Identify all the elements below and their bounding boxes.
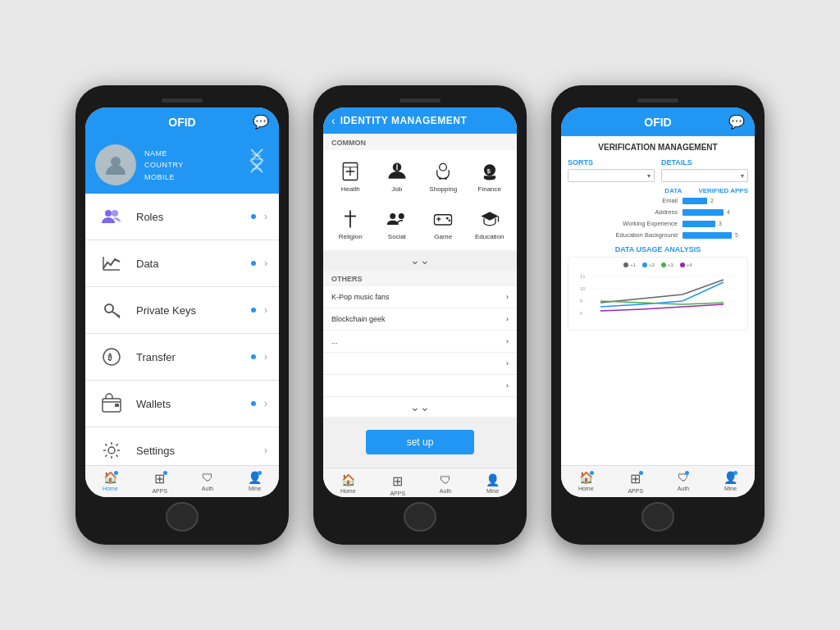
profile-mobile: MOBILE bbox=[144, 171, 184, 183]
back-button[interactable]: ‹ bbox=[331, 114, 336, 127]
shopping-icon-cell[interactable]: Shopping bbox=[421, 153, 466, 199]
menu-list: Roles › Data › bbox=[85, 194, 279, 465]
dna-icon bbox=[244, 148, 269, 183]
phone3-message-icon[interactable]: 💬 bbox=[728, 114, 745, 130]
phone1-nav-auth[interactable]: 🛡 Auth bbox=[202, 471, 213, 491]
chart-section: DATA USAGE ANALYSIS +1 +2 +3 +4 11 10 bbox=[568, 245, 748, 331]
svg-text:5: 5 bbox=[580, 299, 583, 304]
chart-svg: 11 10 5 0 bbox=[573, 270, 742, 323]
phone2-bottom-nav: 🏠 Home ⊞ APPS 🛡 Auth 👤 Mine bbox=[323, 468, 517, 497]
transfer-dot bbox=[251, 354, 256, 359]
menu-item-transfer[interactable]: ₿ Transfer › bbox=[85, 334, 279, 381]
setup-area: set up bbox=[323, 417, 517, 468]
svg-point-35 bbox=[449, 220, 451, 222]
data-table-header: DATA VERIFIED APPS bbox=[568, 187, 748, 194]
email-label: Email bbox=[568, 197, 682, 204]
identity-header: ‹ IDENTITY MANAGEMENT bbox=[323, 107, 517, 134]
roles-dot bbox=[251, 214, 256, 219]
chart-area: +1 +2 +3 +4 11 10 5 0 bbox=[568, 257, 748, 331]
phone1-message-icon[interactable]: 💬 bbox=[253, 114, 269, 130]
email-bar-cell: 2 bbox=[682, 198, 748, 204]
avatar bbox=[95, 144, 136, 185]
others-item-empty2[interactable]: › bbox=[323, 375, 517, 397]
phone2-nav-apps[interactable]: ⊞ APPS bbox=[390, 473, 405, 496]
email-bar bbox=[682, 198, 707, 204]
home-badge bbox=[114, 471, 118, 475]
address-value: 4 bbox=[727, 209, 730, 215]
verify-title: VERIFICATION MANAGEMENT bbox=[568, 143, 748, 152]
menu-item-settings[interactable]: Settings › bbox=[85, 427, 279, 465]
svg-point-31 bbox=[390, 213, 395, 219]
svg-point-34 bbox=[446, 217, 449, 220]
job-icon-cell[interactable]: Job bbox=[375, 153, 420, 199]
profile-info: NAME COUNTRY MOBILE bbox=[144, 148, 184, 183]
health-icon-cell[interactable]: Health bbox=[328, 153, 373, 199]
phone-speaker bbox=[162, 98, 203, 103]
phone-1-screen: OFID 💬 NAME COUNTRY MOBILE bbox=[85, 107, 279, 497]
others-item-empty1[interactable]: › bbox=[323, 353, 517, 375]
phone1-header: OFID 💬 bbox=[85, 107, 279, 136]
health-label: Health bbox=[341, 185, 360, 193]
address-bar bbox=[682, 209, 724, 216]
menu-item-private-keys[interactable]: Private Keys › bbox=[85, 287, 279, 334]
others-item-kpop[interactable]: K-Pop music fans › bbox=[323, 286, 517, 308]
phone2-nav-home[interactable]: 🏠 Home bbox=[340, 473, 356, 496]
roles-icon bbox=[97, 202, 126, 231]
svg-point-32 bbox=[399, 213, 404, 219]
others-item-dots[interactable]: ... › bbox=[323, 331, 517, 353]
social-icon-cell[interactable]: Social bbox=[375, 201, 420, 247]
verified-apps-col-header: VERIFIED APPS bbox=[698, 187, 748, 194]
phone3-speaker bbox=[637, 98, 678, 103]
svg-point-17 bbox=[108, 447, 115, 454]
others-item-blockchain[interactable]: Blockchain geek › bbox=[323, 308, 517, 331]
finance-icon-cell[interactable]: $ Finance bbox=[468, 153, 513, 199]
transfer-arrow: › bbox=[264, 351, 267, 363]
phones-container: OFID 💬 NAME COUNTRY MOBILE bbox=[43, 52, 797, 578]
others-list: K-Pop music fans › Blockchain geek › ...… bbox=[323, 286, 517, 397]
data-icon bbox=[97, 249, 126, 278]
expand-arrow-others[interactable]: ⌄⌄ bbox=[323, 397, 517, 417]
expand-arrow-common[interactable]: ⌄⌄ bbox=[323, 250, 517, 270]
profile-country: COUNTRY bbox=[144, 159, 184, 171]
phone2-home-button[interactable] bbox=[404, 502, 436, 532]
phone1-home-button[interactable] bbox=[166, 502, 199, 532]
education-bar-cell: 5 bbox=[682, 232, 748, 239]
phone3-home-button[interactable] bbox=[641, 502, 674, 532]
menu-label-private-keys: Private Keys bbox=[136, 304, 264, 317]
education-bar bbox=[682, 232, 732, 239]
religion-icon-cell[interactable]: Religion bbox=[328, 201, 373, 247]
phone2-nav-auth[interactable]: 🛡 Auth bbox=[440, 473, 451, 496]
education-icon-cell[interactable]: Education bbox=[468, 201, 513, 247]
phone-2: ‹ IDENTITY MANAGEMENT COMMON Health bbox=[313, 85, 527, 545]
sorts-details-row: SORTS ▾ DETAILS ▾ bbox=[568, 158, 748, 182]
menu-label-roles: Roles bbox=[136, 211, 264, 223]
wallets-dot bbox=[251, 401, 256, 406]
shopping-label: Shopping bbox=[429, 185, 457, 193]
education-value: 5 bbox=[735, 232, 738, 238]
data-col-header: DATA bbox=[664, 187, 682, 194]
data-dot bbox=[251, 261, 256, 266]
menu-item-roles[interactable]: Roles › bbox=[85, 194, 279, 240]
data-arrow: › bbox=[264, 258, 267, 269]
phone2-nav-mine[interactable]: 👤 Mine bbox=[486, 473, 500, 496]
sorts-section: SORTS ▾ bbox=[568, 158, 655, 182]
menu-label-settings: Settings bbox=[136, 445, 264, 457]
private-keys-dot bbox=[251, 308, 256, 313]
menu-item-data[interactable]: Data › bbox=[85, 240, 279, 287]
phone-3: OFID 💬 VERIFICATION MANAGEMENT SORTS ▾ D… bbox=[551, 85, 765, 545]
sorts-label: SORTS bbox=[568, 158, 655, 167]
setup-button[interactable]: set up bbox=[366, 430, 475, 454]
working-bar-cell: 3 bbox=[682, 221, 748, 227]
game-icon-cell[interactable]: Game bbox=[421, 201, 466, 247]
sorts-dropdown[interactable]: ▾ bbox=[568, 169, 655, 182]
data-row-email: Email 2 bbox=[568, 197, 748, 204]
details-label: DETAILS bbox=[661, 158, 748, 167]
phone3-title: OFID bbox=[644, 116, 671, 129]
others-section-label: OTHERS bbox=[323, 270, 517, 286]
details-section: DETAILS ▾ bbox=[661, 158, 748, 182]
svg-text:$: $ bbox=[486, 167, 491, 175]
address-bar-cell: 4 bbox=[682, 209, 748, 216]
menu-item-wallets[interactable]: Wallets › bbox=[85, 381, 279, 427]
phone1-title: OFID bbox=[168, 116, 195, 129]
details-dropdown[interactable]: ▾ bbox=[661, 169, 748, 182]
